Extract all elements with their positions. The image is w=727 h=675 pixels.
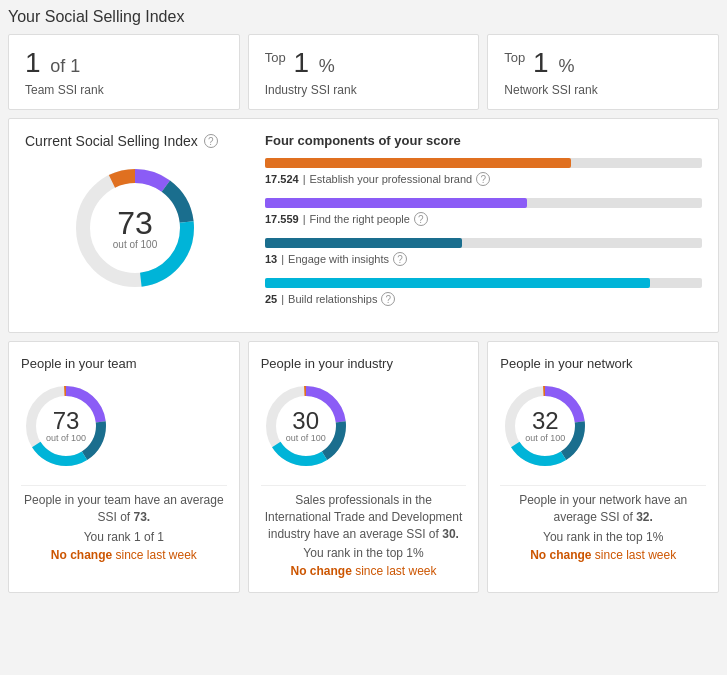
bar-help-0[interactable]: ? <box>476 172 490 186</box>
industry-card: People in your industry 30 out of 100 <box>248 341 480 593</box>
network-rank-value: Top 1 % <box>504 47 702 79</box>
bar-label-2: 13 | Engage with insights ? <box>265 252 702 266</box>
team-card-title: People in your team <box>21 356 227 371</box>
bar-label-1: 17.559 | Find the right people ? <box>265 212 702 226</box>
bar-track-3 <box>265 278 702 288</box>
ssi-score-label: out of 100 <box>113 239 157 250</box>
industry-change: No change since last week <box>261 564 467 578</box>
network-top-label: Top <box>504 50 525 65</box>
team-donut-row: 73 out of 100 <box>21 381 227 471</box>
bar-score-1: 17.559 <box>265 213 299 225</box>
bar-score-2: 13 <box>265 253 277 265</box>
network-rank-text: You rank in the top 1% <box>500 530 706 544</box>
bar-item-2: 13 | Engage with insights ? <box>265 238 702 266</box>
bar-help-2[interactable]: ? <box>393 252 407 266</box>
bar-item-3: 25 | Build relationships ? <box>265 278 702 306</box>
bar-help-3[interactable]: ? <box>381 292 395 306</box>
bar-fill-2 <box>265 238 462 248</box>
industry-card-title: People in your industry <box>261 356 467 371</box>
network-donut: 32 out of 100 <box>500 381 590 471</box>
bar-item-1: 17.559 | Find the right people ? <box>265 198 702 226</box>
bar-fill-1 <box>265 198 527 208</box>
industry-score: 30 <box>286 409 326 433</box>
bar-fill-3 <box>265 278 650 288</box>
network-donut-center: 32 out of 100 <box>525 409 565 443</box>
team-stats: People in your team have an average SSI … <box>21 485 227 562</box>
team-donut: 73 out of 100 <box>21 381 111 471</box>
industry-score-label: out of 100 <box>286 433 326 443</box>
network-card-title: People in your network <box>500 356 706 371</box>
bar-fill-0 <box>265 158 571 168</box>
network-rank-suffix: % <box>558 56 574 76</box>
ssi-right: Four components of your score 17.524 | E… <box>265 133 702 318</box>
bottom-cards: People in your team 73 out of 100 <box>8 341 719 593</box>
bar-score-0: 17.524 <box>265 173 299 185</box>
team-rank-text: You rank 1 of 1 <box>21 530 227 544</box>
bar-item-0: 17.524 | Establish your professional bra… <box>265 158 702 186</box>
team-rank-label: Team SSI rank <box>25 83 223 97</box>
bar-label-0: 17.524 | Establish your professional bra… <box>265 172 702 186</box>
network-stat-text: People in your network have an average S… <box>500 492 706 526</box>
industry-stat-text: Sales professionals in the International… <box>261 492 467 542</box>
page-title: Your Social Selling Index <box>8 8 719 26</box>
team-score-label: out of 100 <box>46 433 86 443</box>
industry-donut-center: 30 out of 100 <box>286 409 326 443</box>
industry-donut: 30 out of 100 <box>261 381 351 471</box>
network-change: No change since last week <box>500 548 706 562</box>
team-change: No change since last week <box>21 548 227 562</box>
bar-score-3: 25 <box>265 293 277 305</box>
components-title: Four components of your score <box>265 133 702 148</box>
network-donut-row: 32 out of 100 <box>500 381 706 471</box>
page-container: Your Social Selling Index 1 of 1 Team SS… <box>0 0 727 601</box>
industry-rank-value: Top 1 % <box>265 47 463 79</box>
ssi-score: 73 <box>113 207 157 239</box>
team-rank-card: 1 of 1 Team SSI rank <box>8 34 240 110</box>
bar-track-1 <box>265 198 702 208</box>
industry-donut-row: 30 out of 100 <box>261 381 467 471</box>
ssi-left: Current Social Selling Index ? <box>25 133 245 318</box>
team-rank-number: 1 <box>25 47 41 78</box>
ssi-donut: 73 out of 100 <box>70 163 200 293</box>
network-rank-number: 1 <box>533 47 549 78</box>
ssi-help-icon[interactable]: ? <box>204 134 218 148</box>
industry-top-label: Top <box>265 50 286 65</box>
bar-help-1[interactable]: ? <box>414 212 428 226</box>
industry-rank-text: You rank in the top 1% <box>261 546 467 560</box>
team-score: 73 <box>46 409 86 433</box>
bar-label-3: 25 | Build relationships ? <box>265 292 702 306</box>
ssi-donut-center: 73 out of 100 <box>113 207 157 250</box>
industry-stats: Sales professionals in the International… <box>261 485 467 578</box>
industry-rank-card: Top 1 % Industry SSI rank <box>248 34 480 110</box>
rank-cards: 1 of 1 Team SSI rank Top 1 % Industry SS… <box>8 34 719 110</box>
bar-track-0 <box>265 158 702 168</box>
network-rank-label: Network SSI rank <box>504 83 702 97</box>
network-score: 32 <box>525 409 565 433</box>
industry-rank-number: 1 <box>293 47 309 78</box>
industry-rank-suffix: % <box>319 56 335 76</box>
team-card: People in your team 73 out of 100 <box>8 341 240 593</box>
network-stats: People in your network have an average S… <box>500 485 706 562</box>
team-donut-center: 73 out of 100 <box>46 409 86 443</box>
team-rank-value: 1 of 1 <box>25 47 223 79</box>
ssi-section-title: Current Social Selling Index ? <box>25 133 245 149</box>
industry-rank-label: Industry SSI rank <box>265 83 463 97</box>
ssi-section: Current Social Selling Index ? <box>8 118 719 333</box>
team-stat-text: People in your team have an average SSI … <box>21 492 227 526</box>
network-card: People in your network 32 out of 100 <box>487 341 719 593</box>
team-rank-suffix: of 1 <box>50 56 80 76</box>
bar-track-2 <box>265 238 702 248</box>
network-rank-card: Top 1 % Network SSI rank <box>487 34 719 110</box>
network-score-label: out of 100 <box>525 433 565 443</box>
